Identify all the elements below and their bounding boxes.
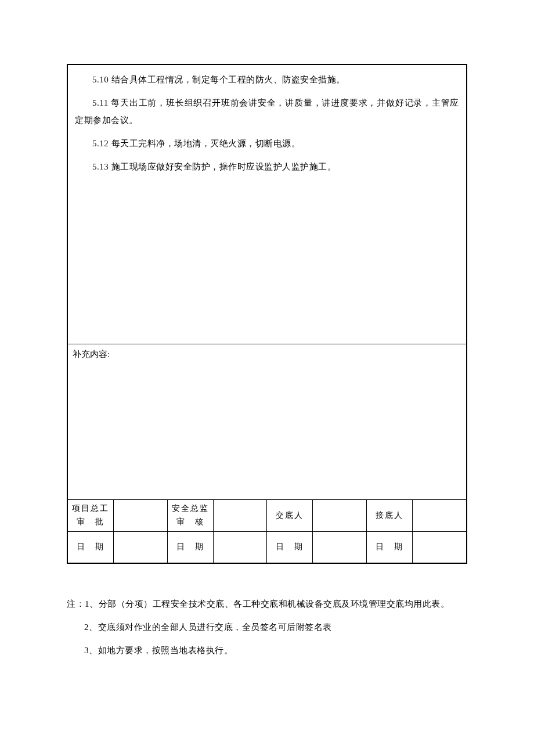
label-receiver: 接底人 (366, 500, 412, 531)
supplement-label: 补充内容: (73, 350, 110, 359)
value-safety-supervisor-review[interactable] (213, 500, 267, 531)
label-date-4: 日 期 (366, 531, 412, 563)
paragraph-5-13: 5.13 施工现场应做好安全防护，操作时应设监护人监护施工。 (75, 158, 459, 175)
note-3: 3、如地方要求，按照当地表格执行。 (67, 642, 467, 659)
label-safety-supervisor-review: 安全总监审 核 (167, 500, 213, 531)
page: 5.10 结合具体工程情况，制定每个工程的防火、防盗安全措施。 5.11 每天出… (0, 0, 534, 756)
paragraph-5-12: 5.12 每天工完料净，场地清，灭绝火源，切断电源。 (75, 135, 459, 152)
label-date-3: 日 期 (267, 531, 313, 563)
notes-section: 注：1、分部（分项）工程安全技术交底、各工种交底和机械设备交底及环境管理交底均用… (67, 595, 467, 659)
label-disclosure-person: 交底人 (267, 500, 313, 531)
label-project-chief-approval: 项目总工审 批 (68, 500, 114, 531)
supplement-cell: 补充内容: (68, 344, 466, 500)
paragraph-5-10: 5.10 结合具体工程情况，制定每个工程的防火、防盗安全措施。 (75, 71, 459, 88)
value-date-1[interactable] (114, 531, 168, 563)
value-date-2[interactable] (213, 531, 267, 563)
label-date-1: 日 期 (68, 531, 114, 563)
value-disclosure-person[interactable] (313, 500, 367, 531)
form-table: 5.10 结合具体工程情况，制定每个工程的防火、防盗安全措施。 5.11 每天出… (67, 64, 467, 564)
main-content-cell: 5.10 结合具体工程情况，制定每个工程的防火、防盗安全措施。 5.11 每天出… (68, 65, 466, 344)
note-1: 注：1、分部（分项）工程安全技术交底、各工种交底和机械设备交底及环境管理交底均用… (67, 595, 467, 613)
signature-table: 项目总工审 批 安全总监审 核 交底人 接底人 日 期 日 期 日 期 日 期 (68, 500, 466, 563)
value-date-4[interactable] (412, 531, 466, 563)
paragraph-5-11: 5.11 每天出工前，班长组织召开班前会讲安全，讲质量，讲进度要求，并做好记录，… (75, 94, 459, 129)
note-2: 2、交底须对作业的全部人员进行交底，全员签名可后附签名表 (67, 618, 467, 636)
value-date-3[interactable] (313, 531, 367, 563)
value-project-chief-approval[interactable] (114, 500, 168, 531)
label-date-2: 日 期 (167, 531, 213, 563)
value-receiver[interactable] (412, 500, 466, 531)
